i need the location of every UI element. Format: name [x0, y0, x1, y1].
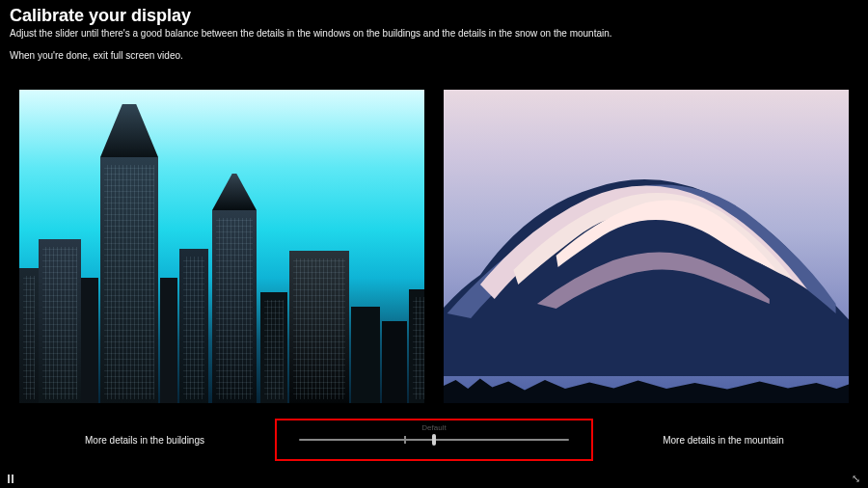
caption-left: More details in the buildings [34, 435, 256, 446]
buildings-image [19, 90, 424, 403]
slider-default-label: Default [421, 423, 446, 432]
slider-default-tick [404, 436, 406, 444]
header: Calibrate your display Adjust the slider… [0, 0, 868, 61]
mountain-image [444, 90, 849, 403]
page-title: Calibrate your display [10, 6, 858, 26]
exit-fullscreen-icon[interactable]: ⤡ [852, 474, 860, 484]
page-instruction: When you're done, exit full screen video… [10, 50, 858, 61]
bottom-bar: ⤡ [0, 474, 868, 484]
calibration-images [0, 90, 868, 403]
caption-right: More details in the mountain [612, 435, 834, 446]
calibration-slider[interactable]: Default [275, 419, 593, 461]
controls-row: More details in the buildings Default Mo… [0, 419, 868, 461]
slider-track[interactable] [299, 439, 569, 441]
page-subtitle: Adjust the slider until there's a good b… [10, 28, 858, 39]
pause-icon[interactable] [8, 474, 14, 483]
slider-thumb[interactable] [432, 434, 436, 446]
